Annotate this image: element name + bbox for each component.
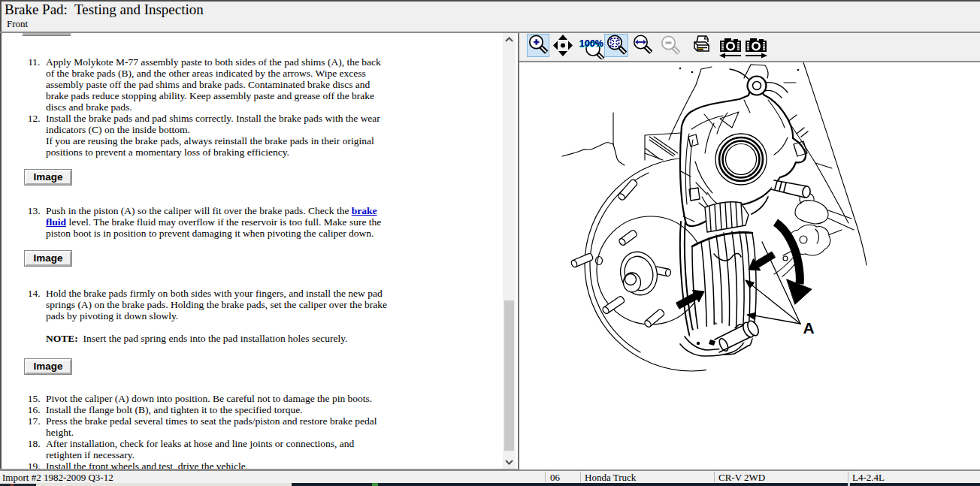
svg-text:100%: 100% <box>579 38 603 49</box>
svg-text:A: A <box>803 319 815 337</box>
